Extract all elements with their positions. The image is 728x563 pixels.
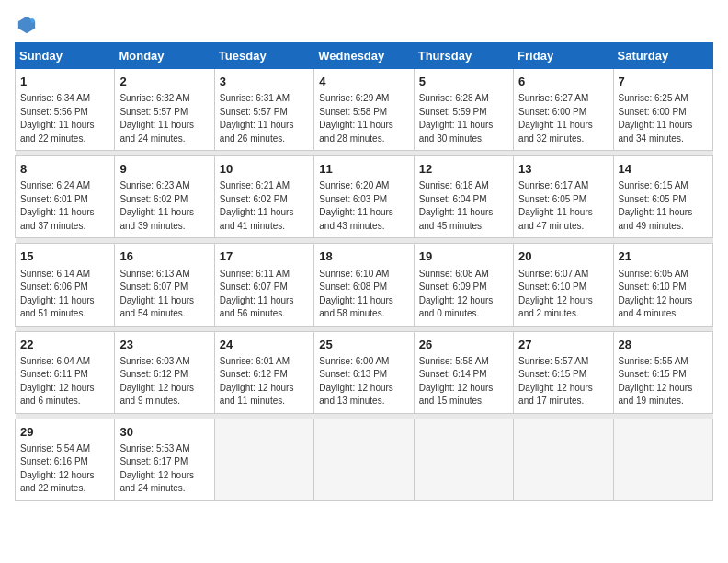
day-detail: Sunrise: 6:13 AMSunset: 6:07 PMDaylight:… (119, 268, 209, 321)
day-of-week-header: Thursday (414, 43, 513, 69)
day-number: 6 (518, 74, 608, 90)
day-number: 29 (20, 424, 109, 441)
calendar-day-cell: 12Sunrise: 6:18 AMSunset: 6:04 PMDayligh… (414, 156, 513, 238)
day-detail: Sunrise: 6:04 AMSunset: 6:11 PMDaylight:… (20, 355, 109, 408)
calendar-day-cell: 1Sunrise: 6:34 AMSunset: 5:56 PMDaylight… (16, 69, 115, 151)
day-of-week-header: Monday (115, 43, 214, 69)
day-of-week-header: Friday (514, 43, 613, 69)
day-number: 22 (20, 337, 109, 353)
day-number: 5 (419, 74, 508, 90)
day-number: 10 (220, 161, 309, 178)
calendar-week-row: 29Sunrise: 5:54 AMSunset: 6:16 PMDayligh… (16, 419, 713, 500)
calendar-day-cell: 11Sunrise: 6:20 AMSunset: 6:03 PMDayligh… (314, 156, 414, 238)
day-detail: Sunrise: 6:24 AMSunset: 6:01 PMDaylight:… (20, 179, 109, 233)
calendar-day-cell (514, 419, 613, 500)
day-number: 20 (518, 248, 608, 265)
calendar-day-cell (314, 419, 414, 500)
calendar-day-cell: 29Sunrise: 5:54 AMSunset: 6:16 PMDayligh… (16, 419, 115, 500)
calendar-day-cell: 21Sunrise: 6:05 AMSunset: 6:10 PMDayligh… (613, 244, 712, 326)
calendar-week-row: 1Sunrise: 6:34 AMSunset: 5:56 PMDaylight… (16, 69, 713, 151)
day-detail: Sunrise: 6:07 AMSunset: 6:10 PMDaylight:… (518, 268, 608, 321)
calendar-day-cell: 20Sunrise: 6:07 AMSunset: 6:10 PMDayligh… (514, 244, 613, 326)
calendar-week-row: 15Sunrise: 6:14 AMSunset: 6:06 PMDayligh… (16, 244, 713, 326)
calendar-day-cell: 18Sunrise: 6:10 AMSunset: 6:08 PMDayligh… (314, 244, 414, 326)
day-number: 28 (619, 337, 708, 353)
calendar-day-cell: 23Sunrise: 6:03 AMSunset: 6:12 PMDayligh… (115, 331, 214, 413)
day-detail: Sunrise: 6:03 AMSunset: 6:12 PMDaylight:… (119, 355, 209, 408)
calendar-day-cell: 4Sunrise: 6:29 AMSunset: 5:58 PMDaylight… (314, 69, 414, 151)
day-detail: Sunrise: 6:32 AMSunset: 5:57 PMDaylight:… (119, 92, 209, 145)
day-number: 7 (619, 74, 708, 90)
day-detail: Sunrise: 6:21 AMSunset: 6:02 PMDaylight:… (220, 179, 309, 233)
calendar-day-cell: 9Sunrise: 6:23 AMSunset: 6:02 PMDaylight… (115, 156, 214, 238)
day-detail: Sunrise: 6:14 AMSunset: 6:06 PMDaylight:… (20, 268, 109, 321)
day-number: 18 (319, 248, 408, 265)
calendar-day-cell: 17Sunrise: 6:11 AMSunset: 6:07 PMDayligh… (214, 244, 313, 326)
calendar-day-cell: 7Sunrise: 6:25 AMSunset: 6:00 PMDaylight… (613, 69, 712, 151)
calendar-day-cell: 19Sunrise: 6:08 AMSunset: 6:09 PMDayligh… (414, 244, 513, 326)
day-number: 13 (518, 161, 608, 178)
day-detail: Sunrise: 6:05 AMSunset: 6:10 PMDaylight:… (619, 268, 708, 321)
page-header (15, 15, 713, 35)
day-number: 23 (119, 337, 209, 353)
day-detail: Sunrise: 6:29 AMSunset: 5:58 PMDaylight:… (319, 92, 408, 145)
calendar-day-cell: 27Sunrise: 5:57 AMSunset: 6:15 PMDayligh… (514, 331, 613, 413)
calendar-header-row: SundayMondayTuesdayWednesdayThursdayFrid… (16, 43, 713, 69)
calendar-day-cell: 10Sunrise: 6:21 AMSunset: 6:02 PMDayligh… (214, 156, 313, 238)
day-detail: Sunrise: 6:10 AMSunset: 6:08 PMDaylight:… (319, 268, 408, 321)
day-of-week-header: Saturday (613, 43, 712, 69)
day-detail: Sunrise: 6:31 AMSunset: 5:57 PMDaylight:… (220, 92, 309, 145)
day-detail: Sunrise: 5:53 AMSunset: 6:17 PMDaylight:… (119, 442, 209, 496)
calendar-week-row: 8Sunrise: 6:24 AMSunset: 6:01 PMDaylight… (16, 156, 713, 238)
calendar-week-row: 22Sunrise: 6:04 AMSunset: 6:11 PMDayligh… (16, 331, 713, 413)
calendar-day-cell: 13Sunrise: 6:17 AMSunset: 6:05 PMDayligh… (514, 156, 613, 238)
day-number: 30 (119, 424, 209, 441)
day-detail: Sunrise: 6:01 AMSunset: 6:12 PMDaylight:… (220, 355, 309, 408)
calendar-day-cell: 8Sunrise: 6:24 AMSunset: 6:01 PMDaylight… (16, 156, 115, 238)
day-number: 11 (319, 161, 408, 178)
day-number: 14 (619, 161, 708, 178)
day-of-week-header: Tuesday (214, 43, 313, 69)
day-number: 2 (119, 74, 209, 90)
day-detail: Sunrise: 6:08 AMSunset: 6:09 PMDaylight:… (419, 268, 508, 321)
calendar-day-cell: 26Sunrise: 5:58 AMSunset: 6:14 PMDayligh… (414, 331, 513, 413)
calendar-day-cell: 15Sunrise: 6:14 AMSunset: 6:06 PMDayligh… (16, 244, 115, 326)
day-detail: Sunrise: 5:57 AMSunset: 6:15 PMDaylight:… (518, 355, 608, 408)
calendar-day-cell: 22Sunrise: 6:04 AMSunset: 6:11 PMDayligh… (16, 331, 115, 413)
day-detail: Sunrise: 6:00 AMSunset: 6:13 PMDaylight:… (319, 355, 408, 408)
day-number: 17 (220, 248, 309, 265)
day-number: 12 (419, 161, 508, 178)
day-number: 3 (220, 74, 309, 90)
calendar-day-cell: 3Sunrise: 6:31 AMSunset: 5:57 PMDaylight… (214, 69, 313, 151)
day-detail: Sunrise: 5:55 AMSunset: 6:15 PMDaylight:… (619, 355, 708, 408)
day-detail: Sunrise: 5:54 AMSunset: 6:16 PMDaylight:… (20, 442, 109, 496)
day-detail: Sunrise: 6:18 AMSunset: 6:04 PMDaylight:… (419, 179, 508, 233)
day-detail: Sunrise: 6:34 AMSunset: 5:56 PMDaylight:… (20, 92, 109, 145)
day-of-week-header: Sunday (16, 43, 115, 69)
day-of-week-header: Wednesday (314, 43, 414, 69)
day-detail: Sunrise: 6:28 AMSunset: 5:59 PMDaylight:… (419, 92, 508, 145)
calendar-table: SundayMondayTuesdayWednesdayThursdayFrid… (15, 42, 713, 501)
logo-icon (17, 15, 37, 35)
day-number: 16 (119, 248, 209, 265)
calendar-day-cell: 28Sunrise: 5:55 AMSunset: 6:15 PMDayligh… (613, 331, 712, 413)
calendar-day-cell (214, 419, 313, 500)
day-detail: Sunrise: 6:17 AMSunset: 6:05 PMDaylight:… (518, 179, 608, 233)
day-number: 15 (20, 248, 109, 265)
day-number: 1 (20, 74, 109, 90)
day-detail: Sunrise: 6:25 AMSunset: 6:00 PMDaylight:… (619, 92, 708, 145)
day-number: 21 (619, 248, 708, 265)
day-number: 25 (319, 337, 408, 353)
calendar-day-cell: 25Sunrise: 6:00 AMSunset: 6:13 PMDayligh… (314, 331, 414, 413)
calendar-day-cell: 14Sunrise: 6:15 AMSunset: 6:05 PMDayligh… (613, 156, 712, 238)
calendar-day-cell: 2Sunrise: 6:32 AMSunset: 5:57 PMDaylight… (115, 69, 214, 151)
day-number: 24 (220, 337, 309, 353)
calendar-day-cell: 6Sunrise: 6:27 AMSunset: 6:00 PMDaylight… (514, 69, 613, 151)
day-number: 9 (119, 161, 209, 178)
calendar-day-cell: 30Sunrise: 5:53 AMSunset: 6:17 PMDayligh… (115, 419, 214, 500)
day-detail: Sunrise: 6:15 AMSunset: 6:05 PMDaylight:… (619, 179, 708, 233)
day-detail: Sunrise: 6:20 AMSunset: 6:03 PMDaylight:… (319, 179, 408, 233)
calendar-day-cell (613, 419, 712, 500)
calendar-day-cell (414, 419, 513, 500)
day-detail: Sunrise: 6:11 AMSunset: 6:07 PMDaylight:… (220, 268, 309, 321)
